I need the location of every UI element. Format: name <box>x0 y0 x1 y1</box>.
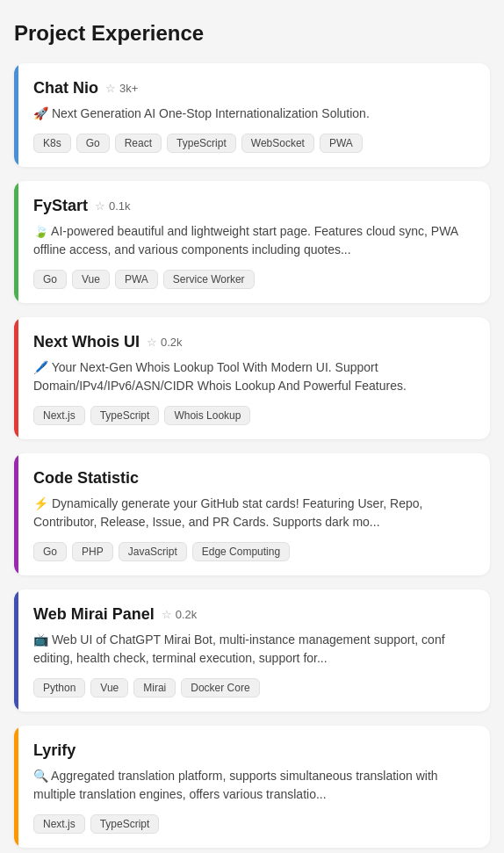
project-card-code-statistic[interactable]: Code Statistic⚡ Dynamically generate you… <box>14 453 490 575</box>
card-content: FyStart☆0.1k🍃 AI-powered beautiful and l… <box>33 197 474 289</box>
card-title: Chat Nio <box>33 79 98 98</box>
tag: K8s <box>33 134 71 153</box>
card-accent-bar <box>14 317 18 439</box>
tag: TypeScript <box>90 814 160 834</box>
card-title: Code Statistic <box>33 469 139 488</box>
tag: PWA <box>320 134 363 153</box>
tag: Python <box>33 678 85 698</box>
tag: Whois Lookup <box>164 406 250 425</box>
card-description: ⚡ Dynamically generate your GitHub stat … <box>33 495 474 531</box>
card-title: Lyrify <box>33 741 76 760</box>
tag: Vue <box>72 270 110 289</box>
card-tags: PythonVueMiraiDocker Core <box>33 678 474 698</box>
tag: Go <box>33 270 67 289</box>
star-icon: ☆ <box>162 608 172 621</box>
star-count: 3k+ <box>119 82 138 95</box>
star-container: ☆3k+ <box>105 82 138 95</box>
card-header: Next Whois UI☆0.2k <box>33 333 474 351</box>
project-card-next-whois-ui[interactable]: Next Whois UI☆0.2k🖊️ Your Next-Gen Whois… <box>14 317 490 439</box>
card-tags: GoPHPJavaScriptEdge Computing <box>33 542 474 561</box>
card-description: 🔍 Aggregated translation platform, suppo… <box>33 767 474 804</box>
project-card-chat-nio[interactable]: Chat Nio☆3k+🚀 Next Generation AI One-Sto… <box>14 63 490 167</box>
star-count: 0.2k <box>161 336 183 349</box>
tag: Service Worker <box>163 270 255 289</box>
tag: TypeScript <box>90 406 160 425</box>
tag: PWA <box>115 270 158 289</box>
tag: WebSocket <box>241 134 314 153</box>
card-title: Next Whois UI <box>33 333 140 351</box>
star-container: ☆0.2k <box>162 608 198 621</box>
page-title: Project Experience <box>14 21 490 46</box>
card-content: Chat Nio☆3k+🚀 Next Generation AI One-Sto… <box>33 79 474 153</box>
card-description: 🚀 Next Generation AI One-Stop Internatio… <box>33 105 474 123</box>
tag: Go <box>76 134 110 153</box>
project-card-web-mirai-panel[interactable]: Web Mirai Panel☆0.2k📺 Web UI of ChatGPT … <box>14 589 490 712</box>
card-accent-bar <box>14 726 18 848</box>
star-icon: ☆ <box>95 199 105 213</box>
tag: TypeScript <box>167 134 236 153</box>
card-header: Lyrify <box>33 741 474 760</box>
card-tags: Next.jsTypeScript <box>33 814 474 834</box>
tag: JavaScript <box>119 542 187 561</box>
star-icon: ☆ <box>147 336 157 349</box>
tag: PHP <box>72 542 113 561</box>
card-content: Web Mirai Panel☆0.2k📺 Web UI of ChatGPT … <box>33 605 474 698</box>
card-tags: K8sGoReactTypeScriptWebSocketPWA <box>33 134 474 153</box>
tag: Next.js <box>33 406 85 425</box>
card-tags: Next.jsTypeScriptWhois Lookup <box>33 406 474 425</box>
star-icon: ☆ <box>105 82 116 95</box>
tag: Go <box>33 542 67 561</box>
star-container: ☆0.1k <box>95 199 131 213</box>
tag: React <box>115 134 162 153</box>
star-container: ☆0.2k <box>147 336 183 349</box>
card-title: Web Mirai Panel <box>33 605 155 624</box>
card-accent-bar <box>14 181 18 303</box>
tag: Edge Computing <box>192 542 290 561</box>
card-title: FyStart <box>33 197 88 215</box>
tag: Vue <box>90 678 128 698</box>
card-accent-bar <box>14 63 18 167</box>
card-accent-bar <box>14 589 18 712</box>
card-header: FyStart☆0.1k <box>33 197 474 215</box>
project-card-fystart[interactable]: FyStart☆0.1k🍃 AI-powered beautiful and l… <box>14 181 490 303</box>
card-content: Code Statistic⚡ Dynamically generate you… <box>33 469 474 561</box>
card-description: 🖊️ Your Next-Gen Whois Lookup Tool With … <box>33 358 474 395</box>
card-description: 📺 Web UI of ChatGPT Mirai Bot, multi-ins… <box>33 631 474 668</box>
card-header: Chat Nio☆3k+ <box>33 79 474 98</box>
card-description: 🍃 AI-powered beautiful and lightweight s… <box>33 222 474 259</box>
card-content: Next Whois UI☆0.2k🖊️ Your Next-Gen Whois… <box>33 333 474 425</box>
star-count: 0.1k <box>109 199 131 213</box>
card-tags: GoVuePWAService Worker <box>33 270 474 289</box>
projects-list: Chat Nio☆3k+🚀 Next Generation AI One-Sto… <box>14 63 490 848</box>
project-card-lyrify[interactable]: Lyrify🔍 Aggregated translation platform,… <box>14 726 490 848</box>
card-content: Lyrify🔍 Aggregated translation platform,… <box>33 741 474 834</box>
tag: Docker Core <box>181 678 259 698</box>
tag: Next.js <box>33 814 85 834</box>
card-accent-bar <box>14 453 18 575</box>
card-header: Web Mirai Panel☆0.2k <box>33 605 474 624</box>
card-header: Code Statistic <box>33 469 474 488</box>
star-count: 0.2k <box>176 608 198 621</box>
tag: Mirai <box>133 678 176 698</box>
